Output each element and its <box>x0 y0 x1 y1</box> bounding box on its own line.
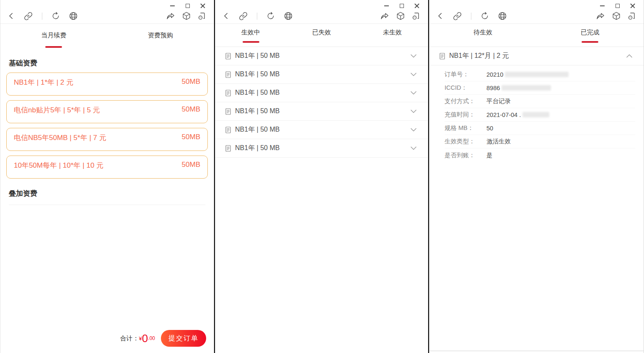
detail-value: 20210 <box>486 71 569 78</box>
minimize-icon <box>170 5 175 6</box>
exit-button[interactable] <box>197 11 207 21</box>
plan-card[interactable]: 10年50M每年 | 10*年 | 10 元 50MB <box>6 156 208 179</box>
link-icon <box>453 12 462 21</box>
chevron-down-icon[interactable] <box>411 54 416 58</box>
exit-button[interactable] <box>411 11 421 21</box>
chevron-down-icon[interactable] <box>411 91 416 95</box>
detail-row-iccid: ICCID： 8986 <box>445 81 635 95</box>
refresh-button[interactable] <box>52 12 60 20</box>
close-button[interactable] <box>630 3 635 9</box>
minimize-button[interactable] <box>600 3 605 9</box>
globe-icon <box>284 11 293 21</box>
tab-pending-effect[interactable]: 待生效 <box>429 24 537 47</box>
cube-icon <box>612 11 621 21</box>
detail-label: 规格 MB： <box>445 124 486 132</box>
package-row[interactable]: NB1年 | 50 MB <box>215 102 428 121</box>
order-tab-bar: 待生效 已完成 <box>429 24 644 47</box>
detail-value: 激活生效 <box>486 138 511 145</box>
order-header-row[interactable]: NB1年 | 12*月 | 2 元 <box>429 47 644 65</box>
chevron-down-icon[interactable] <box>411 109 416 113</box>
total-amount-decimal: .00 <box>148 335 155 341</box>
package-label: NB1年 | 50 MB <box>235 144 279 153</box>
close-button[interactable] <box>414 3 419 9</box>
tab-current-month-renew[interactable]: 当月续费 <box>0 24 107 52</box>
minimize-button[interactable] <box>170 3 175 9</box>
chevron-down-icon[interactable] <box>411 146 416 150</box>
tab-in-effect[interactable]: 生效中 <box>215 24 286 47</box>
submit-order-button[interactable]: 提交订单 <box>161 330 206 347</box>
minimize-button[interactable] <box>384 3 389 9</box>
tab-plan-prepurchase[interactable]: 资费预购 <box>107 24 214 52</box>
maximize-button[interactable] <box>615 3 620 9</box>
package-row[interactable]: NB1年 | 50 MB <box>215 139 428 158</box>
tab-expired[interactable]: 已失效 <box>286 24 357 47</box>
link-icon <box>239 12 248 21</box>
cube-button[interactable] <box>612 11 621 21</box>
toolbar-divider <box>471 13 471 20</box>
globe-button[interactable] <box>284 11 293 21</box>
package-row[interactable]: NB1年 | 50 MB <box>215 47 428 65</box>
globe-button[interactable] <box>498 11 507 21</box>
detail-label: 支付方式： <box>445 97 486 105</box>
window-package-status: 生效中 已失效 未生效 NB1年 | 50 MB NB1年 | 50 MB NB… <box>215 0 428 353</box>
plan-card[interactable]: 电信NB5年50MB | 5*年 | 7 元 50MB <box>6 128 208 151</box>
package-row[interactable]: NB1年 | 50 MB <box>215 121 428 139</box>
exit-button[interactable] <box>627 11 636 21</box>
minimize-icon <box>600 5 605 6</box>
cube-button[interactable] <box>396 11 405 21</box>
chevron-down-icon[interactable] <box>411 128 416 132</box>
redacted-text <box>522 112 549 117</box>
plan-card[interactable]: NB1年 | 1*年 | 2 元 50MB <box>6 73 208 96</box>
share-button[interactable] <box>596 12 605 21</box>
chevron-up-icon[interactable] <box>626 54 632 58</box>
globe-icon <box>69 11 78 21</box>
globe-button[interactable] <box>69 11 78 21</box>
share-icon <box>380 12 390 21</box>
document-icon <box>225 108 231 115</box>
plan-quota: 50MB <box>182 78 200 95</box>
detail-row-recharge-time: 充值时间： 2021-07-04 . <box>445 108 635 122</box>
refresh-icon <box>52 12 60 20</box>
link-button[interactable] <box>239 12 248 21</box>
back-button[interactable] <box>437 12 444 20</box>
back-button[interactable] <box>8 12 15 20</box>
maximize-button[interactable] <box>399 3 404 9</box>
document-icon <box>225 127 231 133</box>
close-button[interactable] <box>200 3 205 9</box>
window-controls <box>429 0 644 8</box>
plan-quota: 50MB <box>182 133 200 151</box>
document-icon <box>440 53 445 60</box>
package-label: NB1年 | 50 MB <box>235 70 279 79</box>
share-button[interactable] <box>166 12 176 21</box>
refresh-icon <box>266 12 275 20</box>
detail-row-effect-type: 生效类型： 激活生效 <box>445 135 635 148</box>
tab-completed[interactable]: 已完成 <box>537 24 644 47</box>
screen: 当月续费 资费预购 基础资费 NB1年 | 1*年 | 2 元 50MB 电信n… <box>0 0 644 353</box>
package-label: NB1年 | 50 MB <box>235 107 279 116</box>
link-button[interactable] <box>24 12 33 21</box>
detail-row-spec-mb: 规格 MB： 50 <box>445 122 635 135</box>
tab-not-effective[interactable]: 未生效 <box>357 24 428 47</box>
cube-button[interactable] <box>182 11 191 21</box>
window-renew: 当月续费 资费预购 基础资费 NB1年 | 1*年 | 2 元 50MB 电信n… <box>0 0 214 353</box>
back-icon <box>437 12 444 20</box>
detail-value: 50 <box>486 125 493 132</box>
link-icon <box>24 12 33 21</box>
back-button[interactable] <box>222 12 230 20</box>
refresh-button[interactable] <box>266 12 275 20</box>
share-button[interactable] <box>380 12 390 21</box>
document-icon <box>225 145 231 152</box>
maximize-icon <box>616 4 620 8</box>
link-button[interactable] <box>453 12 462 21</box>
package-row[interactable]: NB1年 | 50 MB <box>215 84 428 102</box>
maximize-button[interactable] <box>185 3 190 9</box>
toolbar-divider <box>257 13 257 20</box>
package-row[interactable]: NB1年 | 50 MB <box>215 65 428 84</box>
window-order-detail: 待生效 已完成 NB1年 | 12*月 | 2 元 订单号： 20210 ICC… <box>429 0 644 353</box>
plan-card[interactable]: 电信nb贴片5年 | 5*年 | 5 元 50MB <box>6 100 208 123</box>
chevron-down-icon[interactable] <box>411 73 416 76</box>
refresh-button[interactable] <box>481 12 489 20</box>
back-icon <box>8 12 15 20</box>
detail-value: 平台记录 <box>486 97 511 105</box>
exit-icon <box>627 11 636 21</box>
